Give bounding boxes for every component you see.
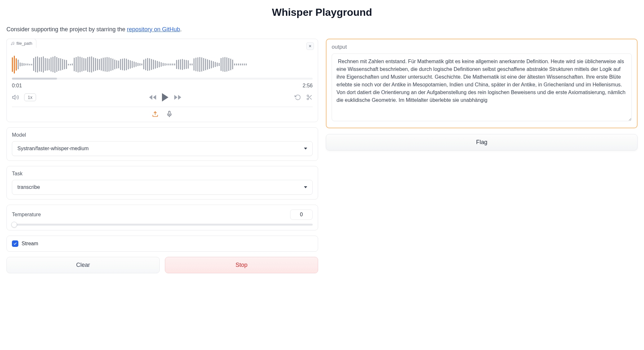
model-panel: Model Systran/faster-whisper-medium (6, 127, 318, 161)
file-label: file_path (16, 41, 32, 46)
svg-marker-2 (13, 95, 15, 100)
svg-marker-3 (149, 95, 153, 100)
model-value: Systran/faster-whisper-medium (17, 146, 89, 151)
output-textarea[interactable] (332, 53, 632, 121)
temperature-label: Temperature (12, 212, 41, 218)
output-panel: output (326, 39, 638, 128)
microphone-icon[interactable] (166, 111, 173, 117)
task-label: Task (12, 171, 313, 177)
stream-checkbox[interactable] (12, 240, 18, 247)
svg-point-8 (307, 98, 308, 100)
audio-progress[interactable] (12, 78, 313, 80)
svg-marker-4 (153, 95, 156, 100)
action-buttons: Clear Stop (6, 257, 318, 273)
rewind-icon[interactable] (148, 93, 157, 102)
support-prefix: Consider supporting the project by starr… (6, 26, 127, 33)
model-select[interactable]: Systran/faster-whisper-medium (12, 141, 313, 156)
chevron-down-icon (304, 148, 307, 150)
stream-panel: Stream (6, 236, 318, 252)
svg-line-10 (310, 98, 312, 100)
model-label: Model (12, 132, 313, 138)
temperature-panel: Temperature 0 (6, 205, 318, 230)
task-panel: Task transcribe (6, 166, 318, 199)
temperature-value[interactable]: 0 (290, 209, 313, 220)
svg-point-7 (307, 95, 308, 97)
clear-button[interactable]: Clear (6, 257, 160, 273)
volume-icon[interactable] (12, 94, 19, 101)
temperature-slider[interactable] (12, 224, 313, 226)
undo-icon[interactable] (295, 94, 301, 101)
support-text: Consider supporting the project by starr… (6, 26, 638, 33)
audio-panel: file_path 0:01 2:56 1x (6, 39, 318, 122)
music-note-icon (11, 42, 14, 45)
page-title: Whisper Playground (6, 6, 638, 18)
svg-marker-5 (178, 95, 181, 100)
chevron-down-icon (304, 186, 307, 188)
file-tab: file_path (6, 39, 36, 48)
svg-marker-6 (175, 95, 178, 100)
trim-icon[interactable] (306, 94, 313, 101)
forward-icon[interactable] (174, 93, 182, 102)
total-time: 2:56 (303, 83, 313, 89)
svg-point-0 (11, 44, 12, 45)
play-button[interactable] (162, 93, 168, 102)
support-suffix: . (180, 26, 182, 33)
stream-label: Stream (22, 241, 38, 247)
output-label: output (332, 44, 632, 50)
svg-point-1 (13, 44, 14, 44)
upload-icon[interactable] (152, 111, 158, 117)
close-audio-button[interactable] (306, 42, 314, 50)
stop-button[interactable]: Stop (165, 257, 318, 273)
current-time: 0:01 (12, 83, 22, 89)
task-value: transcribe (17, 184, 40, 190)
svg-line-11 (308, 96, 309, 97)
waveform[interactable] (12, 53, 313, 76)
flag-button[interactable]: Flag (326, 134, 638, 151)
task-select[interactable]: transcribe (12, 180, 313, 195)
slider-thumb[interactable] (11, 222, 17, 228)
github-link[interactable]: repository on GitHub (127, 26, 180, 33)
playback-speed[interactable]: 1x (24, 93, 36, 101)
